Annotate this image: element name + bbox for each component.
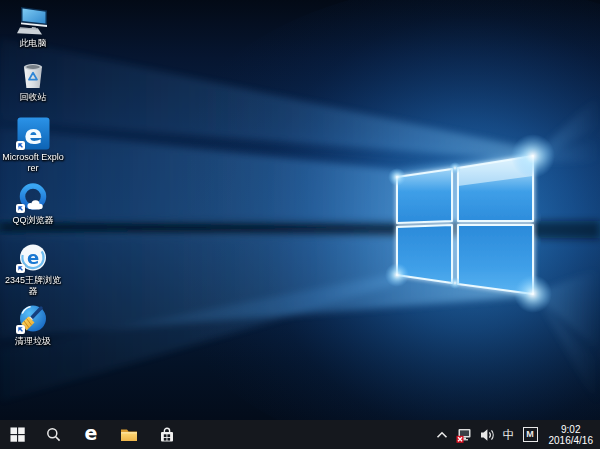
file-explorer-button[interactable]	[110, 420, 148, 449]
windows-logo-icon	[10, 427, 25, 442]
desktop-icon-this-pc[interactable]: 此电脑	[2, 6, 64, 49]
folder-icon	[120, 427, 138, 442]
clock-date: 2016/4/16	[549, 435, 594, 446]
clock-time: 9:02	[561, 424, 580, 435]
desktop-icon-label: 2345王牌浏览器	[2, 275, 64, 297]
shortcut-arrow-icon	[16, 204, 25, 213]
qq-browser-icon	[17, 183, 49, 213]
desktop-icon-clean-trash[interactable]: 清理垃圾	[2, 303, 64, 347]
network-status-button[interactable]	[456, 427, 472, 443]
system-tray: 中 M 9:02 2016/4/16	[436, 420, 600, 449]
desktop-icon-microsoft-explorer[interactable]: e Microsoft Explorer	[2, 117, 64, 174]
edge-browser-icon: e	[17, 117, 50, 150]
chevron-up-icon	[436, 431, 448, 439]
desktop-icon-recycle-bin[interactable]: 回收站	[2, 59, 64, 103]
network-disconnected-icon	[456, 427, 472, 443]
shortcut-arrow-icon	[16, 264, 25, 273]
shortcut-arrow-icon	[16, 141, 25, 150]
show-hidden-icons-button[interactable]	[436, 431, 448, 439]
desktop-icon-label: 清理垃圾	[15, 336, 51, 347]
svg-text:e: e	[24, 119, 42, 150]
edge-e-icon: e	[85, 424, 98, 443]
desktop-icon-qq-browser[interactable]: QQ浏览器	[2, 183, 64, 226]
desktop-icon-label: 此电脑	[20, 38, 47, 49]
search-icon	[46, 427, 61, 442]
taskbar: e	[0, 420, 600, 449]
store-button[interactable]	[148, 420, 186, 449]
taskbar-buttons: e	[0, 420, 186, 449]
ime-badge[interactable]: M	[523, 427, 538, 442]
desktop-wallpaper: 此电脑 回收站	[0, 0, 600, 420]
recycle-bin-icon	[17, 59, 49, 90]
start-button[interactable]	[0, 420, 34, 449]
ie-2345-browser-icon: e	[17, 243, 49, 273]
desktop-icon-label: Microsoft Explorer	[2, 152, 64, 174]
search-button[interactable]	[34, 420, 72, 449]
desktop-icon-label: 回收站	[20, 92, 47, 103]
ime-mode-indicator[interactable]: 中	[503, 429, 515, 441]
windows-hero-wallpaper-art	[0, 0, 600, 420]
clean-broom-icon	[17, 303, 49, 334]
edge-taskbar-button[interactable]: e	[72, 420, 110, 449]
volume-button[interactable]	[480, 428, 495, 442]
computer-icon	[16, 6, 50, 36]
desktop-icon-2345-browser[interactable]: e 2345王牌浏览器	[2, 243, 64, 297]
speaker-icon	[480, 428, 495, 442]
taskbar-clock[interactable]: 9:02 2016/4/16	[546, 424, 597, 446]
shortcut-arrow-icon	[16, 325, 25, 334]
desktop-icon-label: QQ浏览器	[12, 215, 53, 226]
store-bag-icon	[159, 426, 175, 443]
svg-text:e: e	[27, 247, 39, 268]
